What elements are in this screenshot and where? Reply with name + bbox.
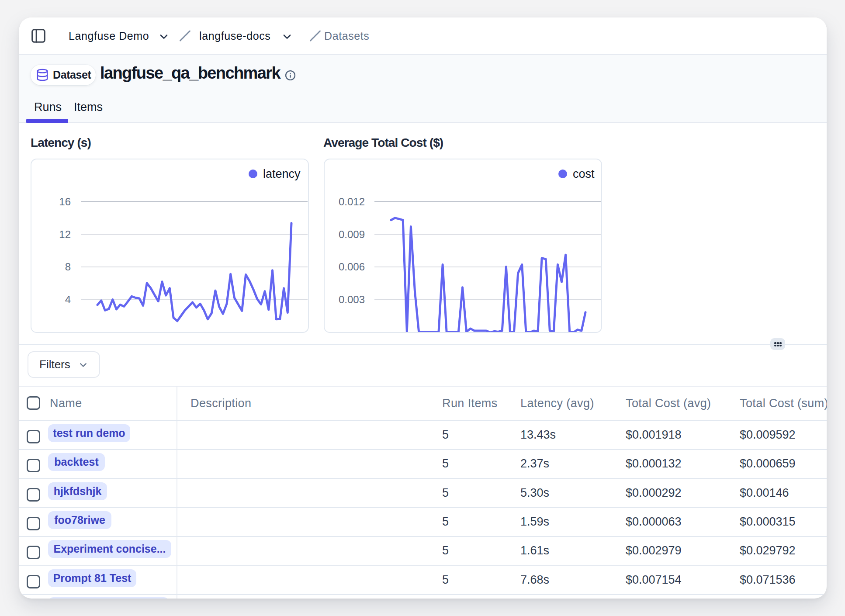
svg-text:0.009: 0.009 xyxy=(339,228,365,240)
svg-text:8: 8 xyxy=(65,261,71,273)
svg-text:latency: latency xyxy=(263,167,301,180)
svg-text:12: 12 xyxy=(59,228,71,240)
svg-text:4: 4 xyxy=(65,294,71,305)
svg-text:0.012: 0.012 xyxy=(339,196,365,208)
svg-text:0.003: 0.003 xyxy=(339,294,365,305)
svg-text:0.006: 0.006 xyxy=(339,261,365,273)
svg-text:16: 16 xyxy=(59,196,71,208)
svg-text:cost: cost xyxy=(573,167,595,180)
